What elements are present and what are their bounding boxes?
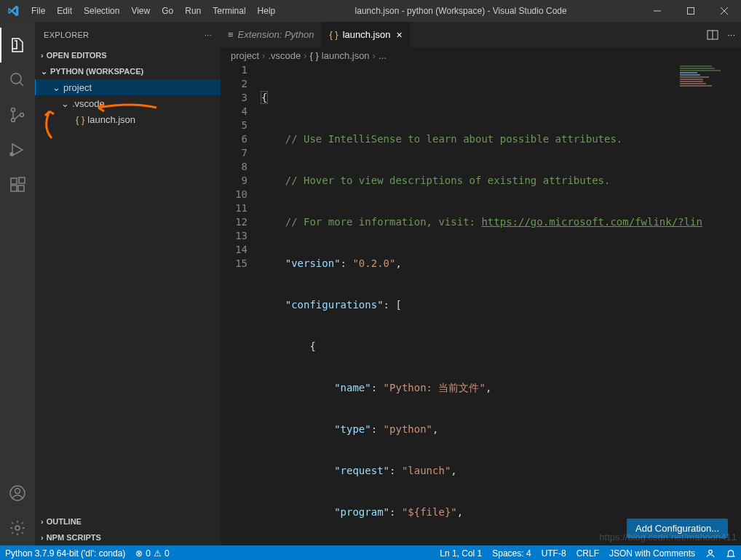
settings-gear-icon[interactable] <box>0 511 35 545</box>
json-file-icon: { } <box>76 114 84 125</box>
breadcrumb-more[interactable]: ... <box>379 50 387 61</box>
close-icon[interactable] <box>708 0 741 22</box>
tab-label: launch.json <box>343 29 391 40</box>
chevron-down-icon: ⌄ <box>52 82 60 93</box>
file-launch-json[interactable]: { } launch.json <box>35 111 221 127</box>
svg-point-9 <box>10 153 13 156</box>
svg-point-19 <box>709 550 713 553</box>
line-gutter: 123456789101112131415 <box>221 63 261 545</box>
menu-go[interactable]: Go <box>156 6 179 16</box>
folder-vscode[interactable]: ⌄ .vscode <box>35 95 221 111</box>
chevron-down-icon: ⌄ <box>41 67 47 76</box>
json-file-icon: { } <box>329 29 338 40</box>
more-actions-icon[interactable]: ··· <box>727 29 735 40</box>
activity-bar <box>0 22 35 545</box>
explorer-icon[interactable] <box>0 28 35 63</box>
extensions-icon[interactable] <box>0 167 35 202</box>
error-icon: ⊗ <box>135 548 143 559</box>
menu-view[interactable]: View <box>125 6 156 16</box>
svg-rect-13 <box>19 177 25 183</box>
open-editors-label: OPEN EDITORS <box>47 51 107 60</box>
close-tab-icon[interactable]: × <box>396 29 402 41</box>
svg-point-6 <box>12 108 15 112</box>
search-icon[interactable] <box>0 63 35 97</box>
npm-scripts-section[interactable]: › NPM SCRIPTS <box>35 529 221 545</box>
npm-scripts-label: NPM SCRIPTS <box>47 533 101 542</box>
maximize-icon[interactable] <box>674 0 708 22</box>
outline-section[interactable]: › OUTLINE <box>35 513 221 529</box>
workspace-label: PYTHON (WORKSPACE) <box>50 67 143 76</box>
status-problems[interactable]: ⊗0 ⚠0 <box>130 545 174 560</box>
svg-point-8 <box>20 113 24 117</box>
feedback-icon[interactable] <box>700 545 721 560</box>
tab-label: Extension: Python <box>238 29 314 40</box>
editor-area: ≡ Extension: Python { } launch.json × ··… <box>221 22 741 545</box>
status-encoding[interactable]: UTF-8 <box>536 545 571 560</box>
svg-rect-1 <box>688 8 694 15</box>
folder-project[interactable]: ⌄ project <box>35 79 221 95</box>
svg-rect-11 <box>11 185 17 191</box>
json-file-icon: { } <box>310 50 319 61</box>
breadcrumb[interactable]: project› .vscode› { } launch.json› ... <box>221 47 741 63</box>
status-language-mode[interactable]: JSON with Comments <box>604 545 700 560</box>
chevron-right-icon: › <box>41 517 44 526</box>
chevron-right-icon: › <box>41 533 44 542</box>
status-indentation[interactable]: Spaces: 4 <box>487 545 536 560</box>
svg-point-16 <box>15 526 20 530</box>
chevron-down-icon: ⌄ <box>61 98 69 109</box>
open-editors-section[interactable]: › OPEN EDITORS <box>35 47 221 63</box>
source-control-icon[interactable] <box>0 97 35 132</box>
menu-edit[interactable]: Edit <box>51 6 78 16</box>
window-title: launch.json - python (Workspace) - Visua… <box>281 6 641 16</box>
run-debug-icon[interactable] <box>0 132 35 167</box>
more-icon[interactable]: ··· <box>205 31 212 39</box>
menu-help[interactable]: Help <box>252 6 282 16</box>
menu-selection[interactable]: Selection <box>78 6 125 16</box>
extension-icon: ≡ <box>228 29 234 40</box>
explorer-title: EXPLORER <box>44 31 89 39</box>
warning-icon: ⚠ <box>154 548 162 559</box>
window-controls <box>641 0 741 22</box>
svg-point-15 <box>15 489 20 494</box>
status-cursor-position[interactable]: Ln 1, Col 1 <box>435 545 487 560</box>
explorer-sidebar: EXPLORER ··· › OPEN EDITORS ⌄ PYTHON (WO… <box>35 22 221 545</box>
svg-rect-12 <box>18 185 24 191</box>
split-editor-icon[interactable] <box>707 29 718 41</box>
statusbar: Python 3.7.9 64-bit ('dl': conda) ⊗0 ⚠0 … <box>0 545 741 560</box>
minimap[interactable] <box>680 65 738 109</box>
add-configuration-button[interactable]: Add Configuration... <box>627 519 728 538</box>
code-content[interactable]: { // Use IntelliSense to learn about pos… <box>261 63 741 545</box>
minimize-icon[interactable] <box>641 0 674 22</box>
status-eol[interactable]: CRLF <box>571 545 604 560</box>
breadcrumb-file[interactable]: launch.json <box>322 50 370 61</box>
file-label: launch.json <box>87 114 135 125</box>
code-editor[interactable]: 123456789101112131415 { // Use IntelliSe… <box>221 63 741 545</box>
vscode-logo-icon <box>0 5 25 17</box>
status-python-interpreter[interactable]: Python 3.7.9 64-bit ('dl': conda) <box>0 545 130 560</box>
workspace-section[interactable]: ⌄ PYTHON (WORKSPACE) <box>35 63 221 79</box>
menu-file[interactable]: File <box>25 6 51 16</box>
breadcrumb-project[interactable]: project <box>231 50 259 61</box>
editor-tabs: ≡ Extension: Python { } launch.json × ··… <box>221 22 741 47</box>
outline-label: OUTLINE <box>47 517 82 526</box>
svg-line-5 <box>20 82 23 86</box>
tab-launch-json[interactable]: { } launch.json × <box>322 22 410 47</box>
menu-terminal[interactable]: Terminal <box>207 6 251 16</box>
folder-label: project <box>63 82 92 93</box>
accounts-icon[interactable] <box>0 476 35 511</box>
notifications-icon[interactable] <box>721 545 741 560</box>
titlebar: File Edit Selection View Go Run Terminal… <box>0 0 741 22</box>
menu-run[interactable]: Run <box>179 6 207 16</box>
svg-point-4 <box>11 73 21 84</box>
breadcrumb-vscode[interactable]: .vscode <box>268 50 301 61</box>
folder-label: .vscode <box>72 98 105 109</box>
svg-point-7 <box>12 119 15 122</box>
svg-rect-10 <box>11 178 17 184</box>
chevron-right-icon: › <box>41 51 44 60</box>
menubar: File Edit Selection View Go Run Terminal… <box>25 6 281 16</box>
explorer-header: EXPLORER ··· <box>35 22 221 47</box>
tab-extension-python[interactable]: ≡ Extension: Python <box>221 22 322 47</box>
